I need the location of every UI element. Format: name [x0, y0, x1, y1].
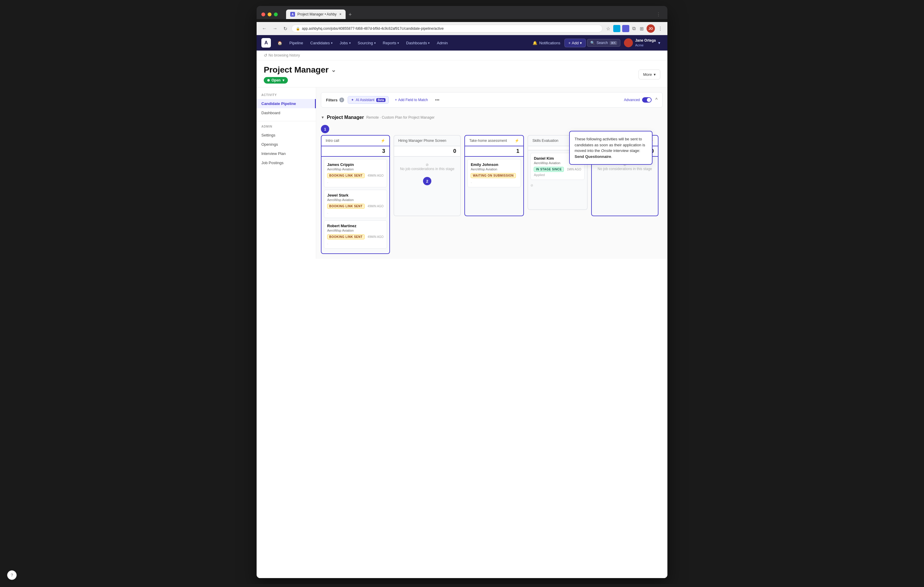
address-bar[interactable]: 🔒 app.ashbyhq.com/jobs/40855877-fd68-487… — [291, 25, 602, 33]
candidate-card-james-crippin[interactable]: James Crippin AeroWisp Aviation BOOKING … — [324, 159, 387, 187]
nav-candidates[interactable]: Candidates ▾ — [307, 39, 335, 47]
forward-button[interactable]: → — [271, 25, 279, 33]
section-collapse-button[interactable]: ▼ — [321, 115, 325, 120]
lightning-icon-1: ⚡ — [381, 138, 385, 143]
take-home-count: 1 — [464, 146, 524, 157]
sidebar-item-dashboard[interactable]: Dashboard — [257, 108, 316, 117]
jobs-chevron: ▾ — [349, 41, 351, 44]
nav-home[interactable]: 🏠 — [274, 39, 285, 47]
phone-screen-body: ⊘ No job considerations in this stage 2 — [394, 157, 461, 216]
notifications-button[interactable]: 🔔 Notifications — [530, 39, 563, 47]
sidebar-item-openings[interactable]: Openings — [257, 140, 316, 149]
section-subtitle: Remote · Custom Plan for Project Manager — [366, 115, 434, 120]
user-company: Acme — [635, 43, 656, 47]
card-dash: - — [327, 181, 384, 184]
search-shortcut: ⌘K — [610, 41, 617, 45]
back-button[interactable]: ← — [260, 25, 269, 33]
browser-menu-button[interactable]: ⋮ — [654, 10, 663, 18]
popover-text: These following activities will be sent … — [574, 136, 647, 159]
tab-favicon: A — [290, 12, 295, 16]
app-logo[interactable]: A — [261, 38, 271, 48]
title-chevron-icon[interactable]: ⌄ — [331, 66, 336, 74]
more-button[interactable]: More ▾ — [639, 69, 660, 79]
search-icon: 🔍 — [590, 41, 595, 45]
nav-dashboards[interactable]: Dashboards ▾ — [403, 39, 432, 47]
section-header: ▼ Project Manager Remote · Custom Plan f… — [321, 112, 663, 123]
split-view-button[interactable]: ⊞ — [639, 25, 645, 33]
badge-time: 1MIN AGO — [567, 168, 581, 171]
add-chevron: ▾ — [580, 41, 582, 45]
section-title: Project Manager — [327, 115, 364, 120]
browser-user-avatar[interactable]: JO — [647, 25, 655, 33]
top-navigation: A 🏠 Pipeline Candidates ▾ Jobs ▾ Sourcin… — [257, 35, 667, 51]
close-traffic-light[interactable] — [261, 13, 265, 16]
tab-title: Project Manager • Ashby — [297, 12, 337, 16]
browser-menu-dots[interactable]: ⋮ — [657, 25, 664, 33]
title-section: Project Manager ⌄ Open ▾ — [264, 65, 336, 84]
candidate-company: AeroWisp Aviation — [470, 168, 518, 171]
candidate-company: AeroWisp Aviation — [327, 198, 384, 202]
sidebar-item-candidate-pipeline[interactable]: Candidate Pipeline — [257, 99, 316, 108]
waiting-badge: WAITING ON SUBMISSION — [470, 173, 516, 178]
sidebar-item-settings[interactable]: Settings — [257, 130, 316, 140]
beta-badge: Beta — [376, 98, 386, 102]
filter-more-options-button[interactable]: ••• — [434, 96, 441, 104]
candidate-card-robert-martinez[interactable]: Robert Martinez AeroWisp Aviation BOOKIN… — [324, 220, 387, 248]
nav-jobs[interactable]: Jobs ▾ — [337, 39, 353, 47]
candidate-name: Jewel Stark — [327, 193, 384, 197]
filters-label: Filters i — [326, 97, 344, 102]
filters-bar: Filters i ✦ AI Assistant Beta + Add Fiel… — [321, 92, 663, 108]
main-layout: ACTIVITY Candidate Pipeline Dashboard AD… — [257, 87, 667, 259]
filters-collapse-button[interactable]: ^ — [655, 97, 658, 103]
new-tab-button[interactable]: + — [346, 10, 354, 19]
nav-pipeline[interactable]: Pipeline — [286, 39, 306, 47]
status-badge[interactable]: Open ▾ — [264, 77, 288, 84]
bookmark-button[interactable]: ☆ — [605, 25, 611, 33]
search-bar[interactable]: 🔍 Search ⌘K — [587, 39, 620, 47]
filters-info-icon[interactable]: i — [339, 97, 344, 102]
user-info: Jane Ortega Acme — [635, 38, 656, 47]
active-tab[interactable]: A Project Manager • Ashby × — [286, 10, 346, 19]
status-chevron-icon: ▾ — [282, 78, 284, 82]
pipeline-column-take-home: 3 Take-home assessment ⚡ 1 — [464, 125, 524, 254]
advanced-toggle-switch[interactable] — [642, 97, 652, 103]
ai-assistant-button[interactable]: ✦ AI Assistant Beta — [348, 96, 389, 104]
pipeline-section: ▼ Project Manager Remote · Custom Plan f… — [321, 112, 663, 254]
user-chevron: ▾ — [658, 40, 660, 45]
reload-button[interactable]: ↻ — [282, 25, 289, 33]
extensions-button[interactable]: ⧉ — [631, 25, 637, 33]
booking-badge: BOOKING LINK SENT — [327, 234, 365, 239]
candidate-card-jewel-stark[interactable]: Jewel Stark AeroWisp Aviation BOOKING LI… — [324, 190, 387, 218]
advanced-toggle: Advanced — [624, 97, 652, 103]
breadcrumb: ↺ No browsing history — [257, 51, 667, 60]
minimize-traffic-light[interactable] — [267, 13, 272, 16]
nav-sourcing[interactable]: Sourcing ▾ — [355, 39, 379, 47]
booking-badge: BOOKING LINK SENT — [327, 204, 365, 209]
page-title: Project Manager ⌄ — [264, 65, 336, 75]
candidates-chevron: ▾ — [331, 41, 333, 44]
candidate-name: Robert Martinez — [327, 224, 384, 228]
badge-time: 49MIN AGO — [368, 235, 384, 238]
add-field-button[interactable]: + Add Field to Match — [392, 97, 430, 103]
page-header: Project Manager ⌄ Open ▾ More ▾ — [257, 60, 667, 87]
activity-section-label: ACTIVITY — [257, 94, 316, 99]
candidate-company: AeroWisp Aviation — [327, 168, 384, 171]
user-menu[interactable]: Jane Ortega Acme ▾ — [622, 37, 663, 48]
nav-admin[interactable]: Admin — [434, 39, 451, 47]
card-dash: - — [327, 211, 384, 215]
applied-text: Applied — [534, 173, 581, 177]
add-button[interactable]: + Add ▾ — [564, 39, 586, 47]
help-button[interactable]: ? — [7, 571, 16, 580]
sidebar-item-interview-plan[interactable]: Interview Plan — [257, 149, 316, 158]
sidebar-item-job-postings[interactable]: Job Postings — [257, 158, 316, 168]
pipeline-columns: 1 Intro call ⚡ 3 James — [321, 125, 663, 254]
nav-reports[interactable]: Reports ▾ — [380, 39, 402, 47]
pipeline-column-intro-call: 1 Intro call ⚡ 3 James — [321, 125, 390, 254]
candidate-card-emily-johnson[interactable]: Emily Johnson AeroWisp Aviation WAITING … — [467, 159, 521, 187]
sidebar: ACTIVITY Candidate Pipeline Dashboard AD… — [257, 87, 316, 259]
no-consider-icon-skills: ⊘ — [530, 184, 533, 187]
card-dash: - — [327, 242, 384, 245]
maximize-traffic-light[interactable] — [274, 13, 278, 16]
tab-close-button[interactable]: × — [339, 12, 342, 16]
intro-call-title: Intro call — [326, 138, 339, 143]
